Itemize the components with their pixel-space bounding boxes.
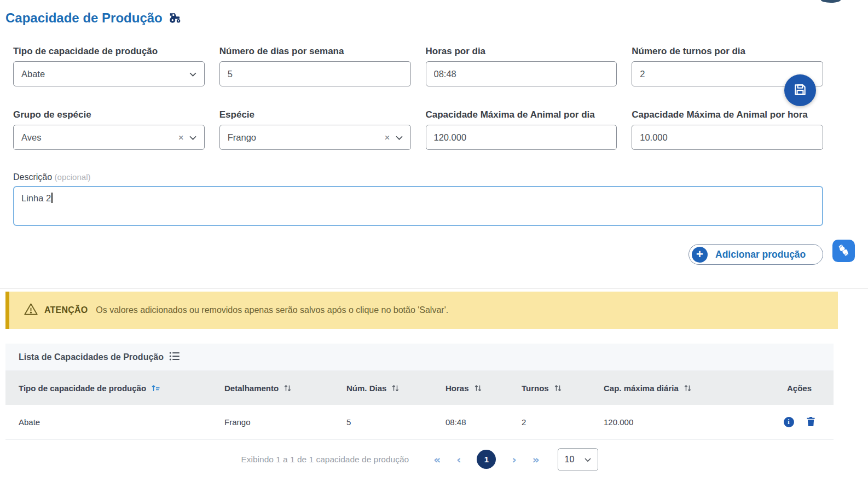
pagination: Exibindo 1 a 1 de 1 capacidade de produç… (5, 440, 834, 479)
sort-icon (391, 384, 400, 392)
list-icon (169, 351, 180, 363)
page-size-select[interactable]: 10 (558, 448, 598, 471)
capacity-type-value: Abate (21, 69, 189, 79)
floppy-disk-icon (793, 83, 807, 98)
species-group-value: Aves (21, 132, 178, 143)
tractor-icon (167, 8, 182, 28)
text-cursor (51, 193, 53, 203)
pagination-summary: Exibindo 1 a 1 de 1 capacidade de produç… (241, 455, 409, 464)
next-page-button[interactable]: › (512, 453, 516, 466)
description-textarea[interactable]: Linha 2 (13, 186, 823, 226)
sort-icon (474, 384, 482, 392)
sort-icon (554, 384, 562, 392)
column-label: Turnos (522, 384, 549, 393)
warning-message: Os valores adicionados ou removidos apen… (96, 305, 448, 315)
trash-icon (806, 416, 815, 428)
column-label: Núm. Dias (346, 384, 386, 393)
days-per-week-input[interactable] (219, 61, 411, 86)
list-header: Lista de Capacidades de Produção (5, 344, 834, 371)
production-capacity-form: Tipo de capacidade de produção Abate Núm… (13, 46, 823, 150)
top-right-cutoff-element (821, 0, 841, 3)
column-label: Detalhamento (224, 384, 279, 393)
first-page-button[interactable]: « (433, 453, 441, 466)
previous-page-button[interactable]: ‹ (456, 453, 461, 466)
cell-dias: 5 (346, 417, 445, 427)
cell-horas: 08:48 (445, 417, 522, 427)
species-label: Espécie (219, 109, 411, 120)
cell-cap-maxima: 120.000 (604, 417, 765, 427)
field-hours-per-day: Horas por dia (426, 46, 617, 86)
column-label: Horas (445, 384, 469, 393)
column-header-num-dias[interactable]: Núm. Dias (346, 384, 445, 393)
add-production-button[interactable]: + Adicionar produção (688, 244, 823, 265)
page-title-text: Capacidade de Produção (5, 10, 163, 26)
species-select[interactable]: Frango × (219, 125, 411, 150)
field-days-per-week: Número de dias por semana (219, 46, 411, 86)
cell-detalhamento: Frango (224, 417, 346, 427)
hours-per-day-input[interactable] (426, 61, 617, 86)
section-divider (0, 288, 868, 289)
species-group-select[interactable]: Aves × (13, 125, 205, 150)
max-per-hour-label: Capacidade Máxima de Animal por hora (632, 109, 823, 120)
description-value: Linha 2 (21, 193, 51, 203)
column-label: Tipo de capacidade de produção (19, 384, 146, 393)
max-per-day-input[interactable] (426, 125, 617, 150)
species-group-label: Grupo de espécie (13, 109, 205, 120)
current-page-indicator[interactable]: 1 (477, 450, 496, 469)
field-description: Descrição (opcional) Linha 2 (13, 172, 823, 226)
plus-icon: + (692, 247, 708, 263)
save-button[interactable] (784, 74, 816, 106)
field-max-per-day: Capacidade Máxima de Animal por dia (426, 109, 617, 150)
sign-language-hands-icon (837, 243, 851, 259)
species-value: Frango (228, 132, 385, 143)
chevron-down-icon (396, 132, 403, 143)
shifts-per-day-label: Número de turnos por dia (632, 46, 823, 57)
delete-button[interactable] (806, 416, 815, 428)
page-size-value: 10 (565, 455, 575, 464)
sort-icon (283, 384, 292, 392)
hours-per-day-label: Horas por dia (426, 46, 617, 57)
page-title: Capacidade de Produção (5, 8, 182, 28)
list-title: Lista de Capacidades de Produção (19, 352, 164, 362)
column-label: Ações (787, 384, 812, 393)
column-header-horas[interactable]: Horas (445, 384, 522, 393)
clear-icon[interactable]: × (178, 133, 184, 142)
chevron-down-icon (585, 455, 591, 464)
capacity-list-section: Lista de Capacidades de Produção Tipo de… (5, 344, 834, 479)
info-icon[interactable]: i (784, 417, 794, 427)
cell-tipo: Abate (5, 417, 224, 427)
table-row: Abate Frango 5 08:48 2 120.000 i (5, 405, 834, 440)
capacity-type-select[interactable]: Abate (13, 61, 205, 86)
field-max-per-hour: Capacidade Máxima de Animal por hora (632, 109, 823, 150)
page: Capacidade de Produção Tipo de capacidad… (0, 0, 868, 482)
max-per-hour-input[interactable] (632, 125, 823, 150)
column-label: Cap. máxima diária (604, 384, 679, 393)
sort-icon (684, 384, 692, 392)
description-optional-hint: (opcional) (55, 172, 91, 182)
description-label: Descrição (opcional) (13, 172, 90, 182)
chevron-down-icon (189, 132, 196, 143)
column-header-detalhamento[interactable]: Detalhamento (224, 384, 346, 393)
max-per-day-label: Capacidade Máxima de Animal por dia (426, 109, 617, 120)
clear-icon[interactable]: × (385, 133, 390, 142)
warning-banner: ATENÇÃO Os valores adicionados ou removi… (5, 292, 838, 329)
days-per-week-label: Número de dias por semana (219, 46, 411, 57)
vlibras-accessibility-button[interactable] (832, 240, 855, 262)
warning-title: ATENÇÃO (44, 305, 88, 315)
field-species-group: Grupo de espécie Aves × (13, 109, 205, 150)
field-species: Espécie Frango × (219, 109, 411, 150)
column-header-acoes: Ações (765, 384, 834, 393)
last-page-button[interactable]: » (533, 453, 540, 466)
add-production-label: Adicionar produção (715, 249, 806, 260)
chevron-down-icon (189, 69, 196, 79)
warning-triangle-icon (24, 302, 38, 319)
field-capacity-type: Tipo de capacidade de produção Abate (13, 46, 205, 86)
capacity-type-label: Tipo de capacidade de produção (13, 46, 205, 57)
sort-ascending-icon (151, 384, 160, 392)
table-header-row: Tipo de capacidade de produção Detalhame… (5, 371, 834, 405)
column-header-cap-maxima[interactable]: Cap. máxima diária (604, 384, 765, 393)
cell-actions: i (765, 416, 834, 428)
cell-turnos: 2 (522, 417, 604, 427)
column-header-tipo[interactable]: Tipo de capacidade de produção (5, 384, 224, 393)
column-header-turnos[interactable]: Turnos (522, 384, 604, 393)
